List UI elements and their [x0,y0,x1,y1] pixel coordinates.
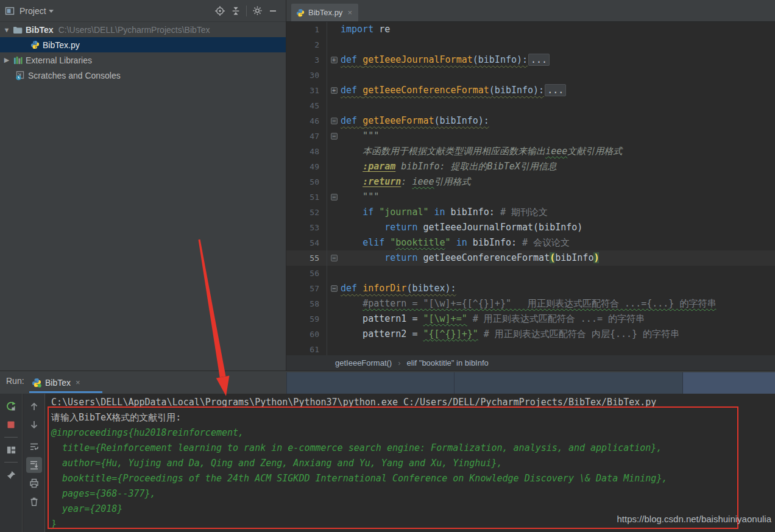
breadcrumb-item-function[interactable]: getIeeeFormat() [335,358,392,367]
clear-console-button[interactable] [26,494,42,509]
line-number: 47 [286,132,327,141]
code-line[interactable]: 58 #pattern = "[\w]+={[^{}]+}" 用正则表达式匹配符… [286,296,775,311]
down-stack-trace-button[interactable] [26,417,42,433]
locate-file-icon[interactable] [212,4,228,18]
code-line[interactable]: 59 pattern1 = "[\w]+=" # 用正则表达式匹配符合 ...=… [286,311,775,327]
code-line[interactable]: 55− return getIeeeConferenceFormat(bibIn… [286,250,775,266]
code-text: if "journal" in bibInfo: # 期刊论文 [341,205,548,220]
code-line[interactable]: 2 [286,37,775,52]
fold-expand-icon[interactable]: + [331,87,338,94]
up-stack-trace-button[interactable] [26,399,42,414]
line-number: 56 [286,269,327,278]
code-line[interactable]: 52 if "journal" in bibInfo: # 期刊论文 [286,205,775,220]
fold-collapse-icon[interactable]: − [331,285,338,292]
line-number: 49 [286,162,327,171]
tree-item-scratches[interactable]: Scratches and Consoles [0,68,286,83]
code-text: 本函数用于根据文献类型调用相应函数来输出ieee文献引用格式 [341,144,622,159]
soft-wrap-button[interactable] [26,439,42,455]
gutter: + [327,83,341,98]
close-tab-icon[interactable]: × [347,8,352,17]
gutter: − [327,129,341,144]
code-line[interactable]: 60 pattern2 = "{[^{}]+}" # 用正则表达式匹配符合 内层… [286,327,775,342]
console-output[interactable]: C:\Users\DELL\AppData\Local\Programs\Pyt… [45,394,775,532]
project-tree: ▼ BibTex C:\Users\DELL\PycharmProjects\B… [0,22,286,83]
header-segment [682,372,775,394]
tree-item-external-libraries[interactable]: ▶ External Libraries [0,52,286,68]
code-text: """ [341,129,379,144]
project-panel-header: Project [0,0,286,22]
code-text: pattern1 = "[\w]+=" # 用正则表达式匹配符合 ...= 的字… [341,311,645,327]
code-line[interactable]: 53 return getIeeeJournalFormat(bibInfo) [286,220,775,235]
line-number: 1 [286,25,327,34]
fold-collapse-icon[interactable]: − [331,194,338,200]
line-number: 51 [286,193,327,202]
code-text: pattern2 = "{[^{}]+}" # 用正则表达式匹配符合 内层{..… [341,327,679,342]
fold-expand-icon[interactable]: + [331,57,338,63]
code-line[interactable]: 1import re [286,22,775,37]
code-line[interactable]: 30 [286,68,775,83]
tree-item-project-root[interactable]: ▼ BibTex C:\Users\DELL\PycharmProjects\B… [0,22,286,37]
close-run-tab-icon[interactable]: × [76,378,80,387]
line-number: 31 [286,86,327,95]
gutter: + [327,52,341,68]
chevron-down-icon[interactable] [49,10,54,13]
code-text: """ [341,190,379,205]
code-line[interactable]: 46−def getIeeeFormat(bibInfo): [286,113,775,129]
code-line[interactable]: 49 :param bibInfo: 提取出的BibTeX引用信息 [286,159,775,174]
gutter: − [327,281,341,296]
code-line[interactable]: 31+def getIeeeConferenceFormat(bibInfo):… [286,83,775,98]
tree-file-name: BibTex.py [43,40,80,50]
print-console-button[interactable] [26,475,42,491]
console-line: C:\Users\DELL\AppData\Local\Programs\Pyt… [51,395,775,410]
scroll-to-end-button[interactable] [26,457,42,473]
editor-tab-bibtex[interactable]: BibTex.py × [291,4,358,21]
code-line[interactable]: 3+def getIeeeJournalFormat(bibInfo):... [286,52,775,68]
code-line[interactable]: 54 elif "booktitle" in bibInfo: # 会议论文 [286,235,775,250]
code-line[interactable]: 57−def inforDir(bibtex): [286,281,775,296]
code-area[interactable]: 1import re23+def getIeeeJournalFormat(bi… [286,22,775,355]
hide-panel-icon[interactable] [265,4,281,18]
pin-tab-button[interactable] [3,467,19,483]
breadcrumb-item-statement[interactable]: elif "booktitle" in bibInfo [407,358,489,367]
fold-collapse-icon[interactable]: − [331,118,338,124]
run-label: Run: [6,376,24,386]
code-line[interactable]: 45 [286,98,775,113]
run-toolbar-left [0,394,23,532]
code-line[interactable]: 47− """ [286,129,775,144]
line-number: 30 [286,71,327,80]
code-line[interactable]: 50 :return: ieee引用格式 [286,174,775,190]
breadcrumb: getIeeeFormat() › elif "booktitle" in bi… [286,355,775,371]
settings-gear-icon[interactable] [249,4,265,18]
python-run-icon [32,378,41,388]
editor-panel: BibTex.py × 1import re23+def getIeeeJour… [286,0,775,371]
fold-collapse-icon[interactable]: − [331,255,338,261]
rerun-button[interactable] [3,399,19,414]
code-text: import re [341,22,390,37]
line-number: 50 [286,177,327,186]
code-line[interactable]: 48 本函数用于根据文献类型调用相应函数来输出ieee文献引用格式 [286,144,775,159]
expanded-twisty-icon[interactable]: ▼ [2,26,11,34]
code-line[interactable]: 61 [286,342,775,355]
line-number: 48 [286,147,327,156]
restore-layout-button[interactable] [3,442,19,458]
code-text: elif "booktitle" in bibInfo: # 会议论文 [341,235,570,250]
run-tab-bibtex[interactable]: BibTex × [32,374,80,391]
gutter [327,296,341,311]
tool-window-icon [5,6,15,16]
collapsed-twisty-icon[interactable]: ▶ [2,56,11,64]
fold-collapse-icon[interactable]: − [331,133,338,140]
collapse-all-icon[interactable] [228,4,244,18]
gutter: − [327,113,341,129]
code-line[interactable]: 56 [286,266,775,281]
line-number: 57 [286,284,327,293]
tree-item-file-selected[interactable]: BibTex.py [0,37,286,52]
gutter [327,220,341,235]
line-number: 59 [286,314,327,324]
stop-button[interactable] [3,417,19,433]
line-number: 2 [286,40,327,49]
gutter [327,144,341,159]
code-line[interactable]: 51− """ [286,190,775,205]
project-panel-title: Project [19,6,46,16]
folder-icon [12,25,23,35]
code-text: :return: ieee引用格式 [341,174,471,190]
